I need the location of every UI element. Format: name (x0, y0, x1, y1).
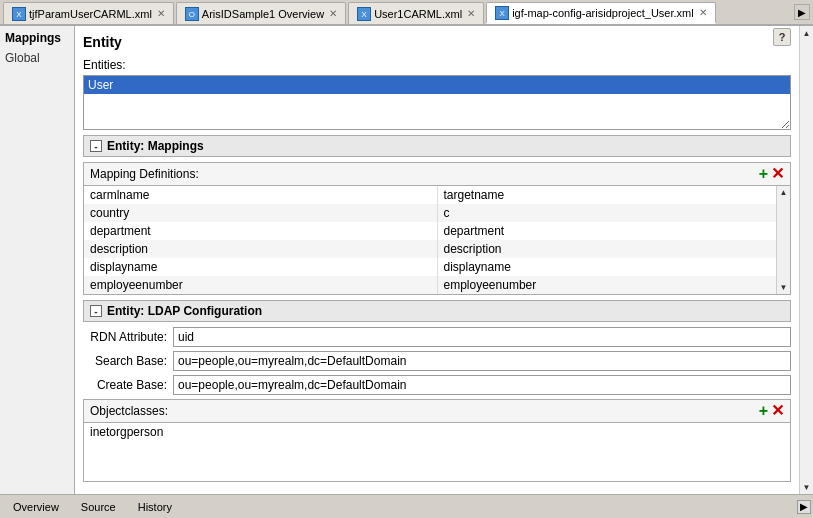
mapping-definitions-label: Mapping Definitions: (90, 167, 199, 181)
tab-close-icon[interactable]: ✕ (467, 8, 475, 19)
mappings-title: Mappings (5, 31, 69, 45)
left-panel: Mappings Global (0, 26, 75, 494)
remove-mapping-button[interactable]: ✕ (771, 166, 784, 182)
table-row[interactable]: carmlname targetname (84, 186, 790, 204)
tab-label: tjfParamUserCARML.xml (29, 8, 152, 20)
bottom-tab-bar: Overview Source History ▶ (0, 494, 813, 518)
mapping-scrollbar[interactable]: ▲ ▼ (776, 186, 790, 294)
entity-mappings-header[interactable]: - Entity: Mappings (83, 135, 791, 157)
rdn-label: RDN Attribute: (83, 330, 173, 344)
overview-file-icon: O (185, 7, 199, 21)
xml-file-icon: X (357, 7, 371, 21)
rdn-input[interactable] (173, 327, 791, 347)
mapping-left: carmlname (84, 186, 437, 204)
tab-scroll-right[interactable]: ▶ (794, 4, 810, 20)
table-row[interactable]: department department (84, 222, 790, 240)
tab-source[interactable]: Source (70, 497, 127, 517)
table-row[interactable]: displayname displayname (84, 258, 790, 276)
mapping-left: department (84, 222, 437, 240)
source-tab-label: Source (81, 501, 116, 513)
xml-file-icon: X (495, 6, 509, 20)
objectclasses-toolbar: Objectclasses: + ✕ (83, 399, 791, 422)
entity-title: Entity (83, 34, 791, 50)
mapping-right: employeenumber (437, 276, 790, 294)
entity-ldap-label: Entity: LDAP Configuration (107, 304, 262, 318)
table-row[interactable]: employeenumber employeenumber (84, 276, 790, 294)
add-mapping-button[interactable]: + (759, 166, 768, 182)
scroll-up-icon[interactable]: ▲ (803, 28, 811, 40)
xml-file-icon: X (12, 7, 26, 21)
right-panel: Entity Entities: User - Entity: Mappings… (75, 26, 799, 494)
tab-close-icon[interactable]: ✕ (329, 8, 337, 19)
mapping-right: c (437, 204, 790, 222)
create-base-row: Create Base: (83, 375, 791, 395)
overview-tab-label: Overview (13, 501, 59, 513)
entity-ldap-header[interactable]: - Entity: LDAP Configuration (83, 300, 791, 322)
mapping-left: country (84, 204, 437, 222)
mapping-right: targetname (437, 186, 790, 204)
table-row[interactable]: employeetype employeetype (84, 294, 790, 295)
main-scrollbar[interactable]: ▲ ▼ (799, 26, 813, 494)
history-tab-label: History (138, 501, 172, 513)
create-label: Create Base: (83, 378, 173, 392)
scroll-down-icon[interactable]: ▼ (803, 482, 811, 494)
tab-label: ArisIDSample1 Overview (202, 8, 324, 20)
collapse-icon: - (90, 305, 102, 317)
rdn-attribute-row: RDN Attribute: (83, 327, 791, 347)
objectclasses-list[interactable]: inetorgperson (83, 422, 791, 482)
create-input[interactable] (173, 375, 791, 395)
mapping-toolbar: Mapping Definitions: + ✕ (83, 162, 791, 185)
objectclass-item[interactable]: inetorgperson (84, 423, 790, 441)
scroll-up-icon[interactable]: ▲ (780, 188, 788, 197)
tab-label: User1CARML.xml (374, 8, 462, 20)
tab-label: igf-map-config-arisidproject_User.xml (512, 7, 694, 19)
mapping-left: employeenumber (84, 276, 437, 294)
search-label: Search Base: (83, 354, 173, 368)
mapping-right: employeetype (437, 294, 790, 295)
tab-user1carml[interactable]: X User1CARML.xml ✕ (348, 2, 484, 24)
collapse-icon: - (90, 140, 102, 152)
objectclasses-label: Objectclasses: (90, 404, 168, 418)
tab-igfmapconfig[interactable]: X igf-map-config-arisidproject_User.xml … (486, 2, 716, 24)
table-row[interactable]: country c (84, 204, 790, 222)
mapping-left: employeetype (84, 294, 437, 295)
tab-overview[interactable]: Overview (2, 497, 70, 517)
tab-close-icon[interactable]: ✕ (699, 7, 707, 18)
bottom-scroll-right[interactable]: ▶ (797, 500, 811, 514)
tab-history[interactable]: History (127, 497, 183, 517)
mapping-left: description (84, 240, 437, 258)
mapping-right: description (437, 240, 790, 258)
tab-arisidsample1[interactable]: O ArisIDSample1 Overview ✕ (176, 2, 346, 24)
entities-list[interactable]: User (83, 75, 791, 130)
mapping-toolbar-icons: + ✕ (759, 166, 784, 182)
mapping-right: department (437, 222, 790, 240)
tab-tjfparamusercarml[interactable]: X tjfParamUserCARML.xml ✕ (3, 2, 174, 24)
mapping-left: displayname (84, 258, 437, 276)
entities-label: Entities: (83, 58, 791, 72)
add-objectclass-button[interactable]: + (759, 403, 768, 419)
remove-objectclass-button[interactable]: ✕ (771, 403, 784, 419)
entity-user-item[interactable]: User (84, 76, 790, 94)
table-row[interactable]: description description (84, 240, 790, 258)
search-base-row: Search Base: (83, 351, 791, 371)
mapping-table-wrapper[interactable]: carmlname targetname country c departmen… (83, 185, 791, 295)
mapping-table: carmlname targetname country c departmen… (84, 186, 790, 295)
tab-close-icon[interactable]: ✕ (157, 8, 165, 19)
global-item[interactable]: Global (5, 49, 69, 67)
objectclasses-toolbar-icons: + ✕ (759, 403, 784, 419)
scroll-down-icon[interactable]: ▼ (780, 283, 788, 292)
search-input[interactable] (173, 351, 791, 371)
scroll-right-icon: ▶ (798, 7, 806, 18)
scroll-right-icon: ▶ (800, 501, 808, 512)
entity-mappings-label: Entity: Mappings (107, 139, 204, 153)
mapping-right: displayname (437, 258, 790, 276)
help-button[interactable]: ? (773, 28, 791, 46)
tab-bar: X tjfParamUserCARML.xml ✕ O ArisIDSample… (0, 0, 813, 26)
